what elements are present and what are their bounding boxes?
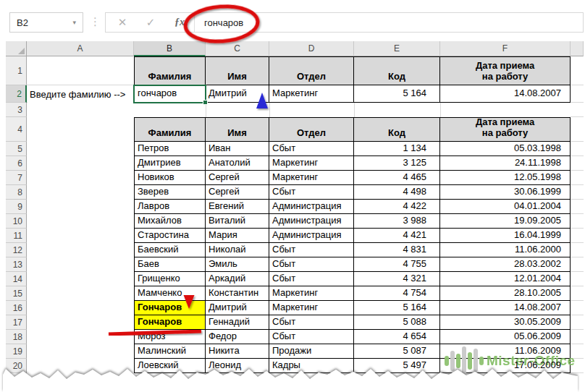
cell-F14[interactable]: 12.01.2004 xyxy=(440,272,571,286)
cell-C18[interactable]: Федор xyxy=(206,330,269,344)
cell-B17[interactable]: Гончаров xyxy=(134,315,206,330)
row-header-14[interactable]: 14 xyxy=(6,272,27,286)
cell-F12[interactable]: 11.06.2000 xyxy=(440,243,571,257)
cell-B9[interactable]: Лавров xyxy=(134,200,206,214)
cell-E15[interactable]: 4 754 xyxy=(354,286,440,301)
row-header-10[interactable]: 10 xyxy=(6,214,27,229)
cell-D19[interactable]: Продажи xyxy=(269,344,354,359)
cell-B15[interactable]: Мамченко xyxy=(134,286,206,301)
column-header-D[interactable]: D xyxy=(269,41,354,56)
cell-C11[interactable]: Мария xyxy=(206,229,269,243)
row-header-11[interactable]: 11 xyxy=(6,229,27,243)
cell-E20[interactable]: 5 497 xyxy=(354,359,440,373)
row-header-3[interactable]: 3 xyxy=(6,103,27,117)
name-box-dropdown-icon[interactable]: ▾ xyxy=(72,19,83,26)
cell-F15[interactable]: 28.10.2005 xyxy=(440,286,571,301)
cell-F17[interactable]: 30.05.2009 xyxy=(440,315,571,330)
cell-C19[interactable]: Никита xyxy=(206,344,269,359)
cell-B4[interactable]: Фамилия xyxy=(134,117,206,142)
cell-E6[interactable]: 3 125 xyxy=(354,156,440,171)
column-header-C[interactable]: C xyxy=(206,41,269,56)
cell-C7[interactable]: Сергей xyxy=(206,171,269,185)
cell-B14[interactable]: Грищенко xyxy=(134,272,206,286)
formula-input[interactable]: гончаров xyxy=(195,17,243,28)
cell-F5[interactable]: 05.03.1998 xyxy=(440,142,571,156)
cell-F13[interactable]: 28.03.2002 xyxy=(440,257,571,272)
cell-D5[interactable]: Сбыт xyxy=(269,142,354,156)
row-header-8[interactable]: 8 xyxy=(6,185,27,200)
cell-F4[interactable]: Дата приемана работу xyxy=(440,117,571,142)
cell-F8[interactable]: 30.06.1999 xyxy=(440,185,571,200)
cell-C1[interactable]: Имя xyxy=(206,56,269,85)
cell-E18[interactable]: 4 654 xyxy=(354,330,440,344)
column-header-B[interactable]: B xyxy=(134,41,206,56)
cell-E14[interactable]: 4 321 xyxy=(354,272,440,286)
cell-F1[interactable]: Дата приемана работу xyxy=(440,56,571,85)
prompt-cell[interactable]: Введите фамилию --> xyxy=(28,85,133,103)
cell-E4[interactable]: Код xyxy=(354,117,440,142)
row-header-4[interactable]: 4 xyxy=(6,117,27,142)
enter-icon[interactable]: ✓ xyxy=(136,16,165,29)
cell-B18[interactable]: Мороз xyxy=(134,330,206,344)
cell-D20[interactable]: Кадры xyxy=(269,359,354,373)
row-header-1[interactable]: 1 xyxy=(6,56,27,85)
cell-D1[interactable]: Отдел xyxy=(269,56,354,85)
cell-B8[interactable]: Зверев xyxy=(134,185,206,200)
cell-C16[interactable]: Дмитрий xyxy=(206,301,269,315)
row-header-9[interactable]: 9 xyxy=(6,200,27,214)
cell-D14[interactable]: Сбыт xyxy=(269,272,354,286)
row-header-16[interactable]: 16 xyxy=(6,301,27,315)
cell-E8[interactable]: 4 498 xyxy=(354,185,440,200)
cell-B11[interactable]: Старостина xyxy=(134,229,206,243)
cell-D8[interactable]: Сбыт xyxy=(269,185,354,200)
cell-E7[interactable]: 4 465 xyxy=(354,171,440,185)
name-box[interactable]: B2 ▾ xyxy=(9,12,83,33)
cell-B2[interactable]: гончаров xyxy=(134,85,206,103)
column-header-E[interactable]: E xyxy=(354,41,440,56)
cell-F11[interactable]: 16.04.1999 xyxy=(440,229,571,243)
cell-C15[interactable]: Константин xyxy=(206,286,269,301)
row-header-12[interactable]: 12 xyxy=(6,243,27,257)
cell-B13[interactable]: Баев xyxy=(134,257,206,272)
cell-E16[interactable]: 5 164 xyxy=(354,301,440,315)
cell-C12[interactable]: Николай xyxy=(206,243,269,257)
cell-D10[interactable]: Администрация xyxy=(269,214,354,229)
row-header-13[interactable]: 13 xyxy=(6,257,27,272)
cell-D15[interactable]: Маркетинг xyxy=(269,286,354,301)
cell-B5[interactable]: Петров xyxy=(134,142,206,156)
cell-B19[interactable]: Малинский xyxy=(134,344,206,359)
cell-C20[interactable]: Леонид xyxy=(206,359,269,373)
cell-D17[interactable]: Сбыт xyxy=(269,315,354,330)
cell-C14[interactable]: Аркадий xyxy=(206,272,269,286)
row-header-2[interactable]: 2 xyxy=(6,85,27,103)
cell-E5[interactable]: 1 134 xyxy=(354,142,440,156)
cell-E9[interactable]: 4 422 xyxy=(354,200,440,214)
select-all-button[interactable] xyxy=(6,41,27,56)
cell-E12[interactable]: 4 831 xyxy=(354,243,440,257)
cell-E13[interactable]: 4 755 xyxy=(354,257,440,272)
row-header-7[interactable]: 7 xyxy=(6,171,27,185)
cell-C13[interactable]: Эмиль xyxy=(206,257,269,272)
cell-D6[interactable]: Маркетинг xyxy=(269,156,354,171)
cell-F16[interactable]: 14.08.2007 xyxy=(440,301,571,315)
cell-B20[interactable]: Лоевский xyxy=(134,359,206,373)
cell-F18[interactable]: 05.06.2009 xyxy=(440,330,571,344)
cell-E10[interactable]: 3 988 xyxy=(354,214,440,229)
row-header-17[interactable]: 17 xyxy=(6,315,27,330)
cell-C5[interactable]: Иван xyxy=(206,142,269,156)
cell-B7[interactable]: Новиков xyxy=(134,171,206,185)
cell-E2[interactable]: 5 164 xyxy=(354,85,440,103)
cell-F10[interactable]: 19.09.2005 xyxy=(440,214,571,229)
cell-D9[interactable]: Администрация xyxy=(269,200,354,214)
cell-D7[interactable]: Маркетинг xyxy=(269,171,354,185)
cell-B16[interactable]: Гончаров xyxy=(134,301,206,315)
cell-D2[interactable]: Маркетинг xyxy=(269,85,354,103)
cell-C8[interactable]: Сергей xyxy=(206,185,269,200)
cell-E11[interactable]: 4 421 xyxy=(354,229,440,243)
cell-E19[interactable]: 5 087 xyxy=(354,344,440,359)
cell-D4[interactable]: Отдел xyxy=(269,117,354,142)
row-header-20[interactable]: 20 xyxy=(6,359,27,373)
cell-C2[interactable]: Дмитрий xyxy=(206,85,269,103)
cell-C9[interactable]: Евгений xyxy=(206,200,269,214)
cell-D12[interactable]: Сбыт xyxy=(269,243,354,257)
